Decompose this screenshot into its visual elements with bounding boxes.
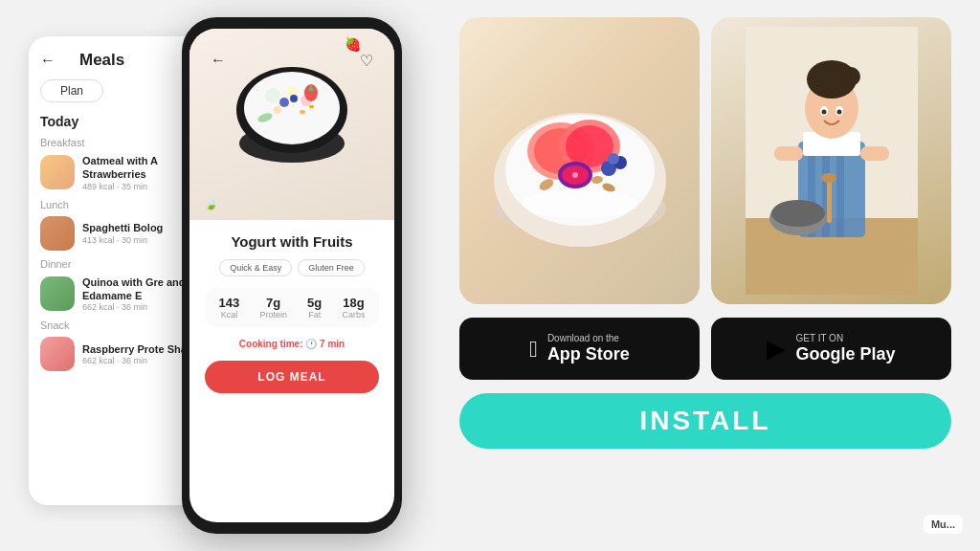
phone-food-image: ← ♡ <box>189 29 394 220</box>
install-label: INSTALL <box>639 406 770 436</box>
nutrition-protein: 7g Protein <box>259 296 287 320</box>
svg-point-30 <box>523 189 637 218</box>
tag-gluten-free: Gluten Free <box>298 259 365 276</box>
phone-screen: ← ♡ <box>189 29 394 522</box>
google-play-text: GET IT ON Google Play <box>795 333 895 365</box>
svg-point-43 <box>821 110 826 115</box>
svg-point-20 <box>566 125 613 167</box>
google-play-sub-label: GET IT ON <box>795 333 895 344</box>
svg-point-23 <box>572 172 578 178</box>
google-play-icon: ▶ <box>767 334 786 364</box>
svg-point-5 <box>287 86 297 96</box>
bowl-photo-svg <box>484 55 676 266</box>
svg-point-48 <box>771 200 825 227</box>
phone-nav-bar: ← ♡ <box>197 44 387 77</box>
meals-title: Meals <box>79 51 124 70</box>
app-store-sub-label: Download on the <box>547 333 630 344</box>
svg-point-6 <box>274 106 281 114</box>
fruit-decoration-2: 🍃 <box>204 197 218 210</box>
meal-thumb-spaghetti <box>40 216 75 251</box>
store-buttons-row:  Download on the App Store ▶ GET IT ON … <box>459 318 951 380</box>
svg-point-50 <box>821 173 836 183</box>
main-container: ← Meals Plan Today Breakfast Oatmeal wit… <box>0 0 980 551</box>
bowl-photo-card <box>459 17 700 304</box>
phone-back-icon[interactable]: ← <box>211 52 226 70</box>
svg-point-9 <box>279 98 289 107</box>
phone-frame: ← ♡ <box>182 17 402 534</box>
app-store-name-label: App Store <box>547 344 630 365</box>
svg-rect-11 <box>300 110 305 114</box>
svg-rect-49 <box>827 180 832 223</box>
cook-photo-card <box>711 17 951 304</box>
google-play-name-label: Google Play <box>795 344 895 365</box>
app-store-text: Download on the App Store <box>547 333 630 365</box>
install-button[interactable]: INSTALL <box>459 393 951 449</box>
meal-thumb-raspberry <box>40 337 75 371</box>
cooking-time: Cooking time: 🕐 7 min <box>205 339 379 349</box>
nutrition-carbs: 18g Carbs <box>342 296 365 320</box>
google-play-button[interactable]: ▶ GET IT ON Google Play <box>711 318 951 380</box>
apple-icon:  <box>529 336 538 363</box>
right-section:  Download on the App Store ▶ GET IT ON … <box>459 17 951 534</box>
svg-point-3 <box>265 88 280 103</box>
svg-rect-46 <box>860 146 889 161</box>
svg-point-26 <box>608 153 619 165</box>
phone-section: ← Meals Plan Today Breakfast Oatmeal wit… <box>29 17 431 534</box>
meal-thumb-oatmeal <box>40 155 75 189</box>
nutrition-kcal: 143 Kcal <box>219 296 240 320</box>
nutrition-fat: 5g Fat <box>307 296 322 320</box>
tag-quick-easy: Quick & Easy <box>219 259 292 276</box>
nutrition-row: 143 Kcal 7g Protein 5g Fat 18g <box>205 288 379 327</box>
svg-rect-45 <box>774 146 803 161</box>
dish-title: Yogurt with Fruits <box>205 233 379 250</box>
tags-row: Quick & Easy Gluten Free <box>205 259 379 276</box>
svg-point-40 <box>841 67 860 86</box>
svg-rect-12 <box>309 105 314 108</box>
svg-point-2 <box>244 72 340 144</box>
watermark: Mu... <box>924 515 963 534</box>
cook-photo-svg <box>746 27 918 295</box>
back-arrow-icon[interactable]: ← <box>40 52 56 69</box>
phone-heart-icon[interactable]: ♡ <box>360 52 373 70</box>
plan-button[interactable]: Plan <box>40 79 103 102</box>
log-meal-button[interactable]: LOG MEAL <box>205 361 379 393</box>
app-store-button[interactable]:  Download on the App Store <box>459 318 700 380</box>
meal-thumb-quinoa <box>40 276 75 311</box>
svg-point-10 <box>290 95 298 102</box>
photos-row <box>459 17 951 304</box>
phone-detail-content: Yogurt with Fruits Quick & Easy Gluten F… <box>189 220 394 522</box>
svg-point-44 <box>836 110 841 115</box>
